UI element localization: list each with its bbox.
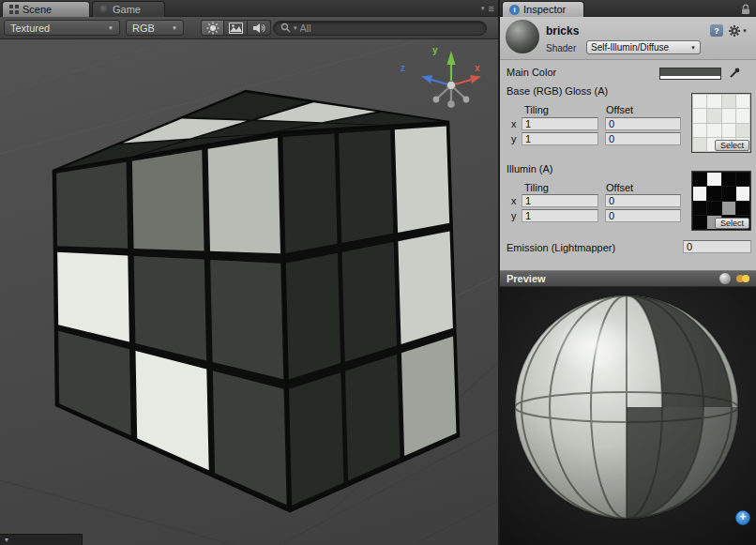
base-row-x-label: x	[511, 118, 517, 129]
tab-game-label: Game	[113, 4, 141, 15]
tab-scene[interactable]: Scene	[2, 1, 90, 17]
inspector-tabstrip: i Inspector	[500, 0, 756, 17]
illumin-tiling-y-input[interactable]	[522, 209, 598, 222]
dropdown-arrow-icon: ▼	[108, 25, 113, 31]
inspector-panel: i Inspector bricks Shader Self-Illumin/D…	[500, 0, 756, 545]
lock-icon[interactable]	[741, 4, 750, 15]
base-row-y-label: y	[511, 133, 517, 144]
main-color-alpha-bar	[660, 76, 720, 79]
gizmo-back-axis-handle[interactable]	[447, 100, 455, 108]
render-mode-value: RGB	[132, 23, 155, 34]
base-offset-y-input[interactable]	[605, 132, 681, 145]
emission-label: Emission (Lightmapper)	[507, 242, 615, 253]
material-thumbnail[interactable]	[506, 20, 539, 53]
tab-inspector-label: Inspector	[523, 4, 566, 15]
panel-menu-arrow-icon: ▼	[480, 6, 486, 11]
illumin-offset-header: Offset	[606, 182, 633, 193]
lighting-toggle-button[interactable]	[201, 20, 224, 36]
preview-lighting-toggle-icon[interactable]	[736, 275, 749, 282]
gizmo-x-label[interactable]: x	[475, 63, 480, 73]
preview-sphere-canvas[interactable]	[500, 287, 756, 545]
gizmo-y-label[interactable]: y	[432, 45, 438, 55]
scene-panel: Scene Game ▼ ≡ Textured ▼ RGB ▼	[0, 0, 498, 545]
scene-toggle-group	[201, 20, 271, 36]
dropdown-arrow-icon: ▼	[172, 25, 177, 31]
illumin-tiling-x-input[interactable]	[522, 194, 598, 207]
illumin-map-label: Illumin (A)	[507, 163, 553, 174]
render-mode-dropdown[interactable]: RGB ▼	[126, 20, 184, 36]
main-color-label: Main Color	[507, 67, 556, 78]
illumin-texture-thumbnail[interactable]: Select	[691, 171, 751, 231]
scene-search[interactable]: ▾	[273, 21, 487, 36]
base-offset-x-input[interactable]	[605, 117, 681, 130]
grid-icon	[9, 5, 19, 14]
material-name: bricks	[546, 24, 579, 38]
info-icon: i	[509, 5, 520, 15]
scene-viewport[interactable]: y x z ▾	[0, 39, 498, 545]
speaker-icon	[252, 23, 265, 34]
image-icon	[229, 23, 243, 34]
preview-header: Preview	[500, 270, 756, 287]
base-offset-header: Offset	[606, 104, 633, 115]
tab-game[interactable]: Game	[92, 1, 165, 17]
panel-menu-lines-icon: ≡	[489, 3, 494, 14]
gizmo-back-axis-handle[interactable]	[433, 97, 440, 103]
cube[interactable]	[53, 91, 459, 511]
preview-area[interactable]	[500, 287, 756, 545]
game-icon	[99, 5, 109, 14]
base-tiling-header: Tiling	[524, 104, 549, 115]
illumin-row-x-label: x	[511, 195, 517, 206]
gizmo-z-label[interactable]: z	[401, 63, 405, 73]
skybox-toggle-button[interactable]	[224, 20, 248, 36]
illumin-offset-y-input[interactable]	[605, 209, 681, 222]
axis-gizmo[interactable]: y x z	[401, 45, 481, 108]
scene-toolbar: Textured ▼ RGB ▼	[0, 17, 498, 39]
main-color-value	[660, 68, 720, 76]
main-color-swatch[interactable]	[659, 68, 721, 80]
gear-icon[interactable]	[728, 24, 741, 38]
base-texture-thumbnail[interactable]: Select	[691, 93, 751, 153]
sun-icon	[206, 22, 219, 35]
shader-dropdown[interactable]: Self-Illumin/Diffuse ▼	[586, 40, 701, 54]
gizmo-x-cone[interactable]	[470, 75, 481, 83]
gear-dropdown-arrow-icon: ▼	[742, 28, 748, 34]
search-icon	[280, 23, 291, 33]
unity-editor-window: Scene Game ▼ ≡ Textured ▼ RGB ▼	[0, 0, 756, 545]
material-header: bricks Shader Self-Illumin/Diffuse ▼ ? ▼	[500, 17, 756, 60]
tab-inspector[interactable]: i Inspector	[502, 1, 584, 17]
illumin-tiling-header: Tiling	[524, 182, 549, 193]
collapsed-panel-tab[interactable]: ▾	[0, 534, 83, 545]
preview-title: Preview	[507, 273, 546, 284]
emission-input[interactable]	[683, 240, 751, 253]
eyedropper-icon[interactable]	[729, 67, 741, 79]
draw-mode-value: Textured	[10, 23, 50, 34]
illumin-offset-x-input[interactable]	[605, 194, 681, 207]
base-map-label: Base (RGB) Gloss (A)	[507, 85, 608, 97]
shader-label: Shader	[546, 43, 576, 53]
add-button[interactable]: +	[735, 510, 750, 525]
panel-menu-button[interactable]: ▼ ≡	[480, 3, 494, 14]
scene-search-input[interactable]	[300, 23, 479, 34]
preview-model-icon[interactable]	[719, 273, 731, 284]
gizmo-back-axis-handle[interactable]	[463, 97, 470, 103]
search-filter-arrow-icon[interactable]: ▾	[294, 24, 297, 32]
dropdown-arrow-icon: ▼	[690, 45, 696, 51]
tab-scene-label: Scene	[23, 4, 52, 15]
audio-toggle-button[interactable]	[248, 20, 271, 36]
illumin-row-y-label: y	[511, 210, 517, 221]
help-icon[interactable]: ?	[710, 24, 723, 37]
shader-value: Self-Illumin/Diffuse	[591, 42, 669, 53]
scene-tabstrip: Scene Game ▼ ≡	[0, 0, 498, 17]
base-tiling-y-input[interactable]	[522, 132, 598, 145]
base-select-button[interactable]: Select	[715, 140, 749, 151]
collapsed-tab-arrow-icon: ▾	[5, 536, 8, 544]
draw-mode-dropdown[interactable]: Textured ▼	[4, 20, 120, 36]
gizmo-center[interactable]	[446, 81, 455, 89]
illumin-select-button[interactable]: Select	[715, 218, 749, 229]
gizmo-y-cone[interactable]	[447, 51, 456, 65]
gizmo-z-cone[interactable]	[421, 75, 432, 83]
base-tiling-x-input[interactable]	[522, 117, 598, 130]
